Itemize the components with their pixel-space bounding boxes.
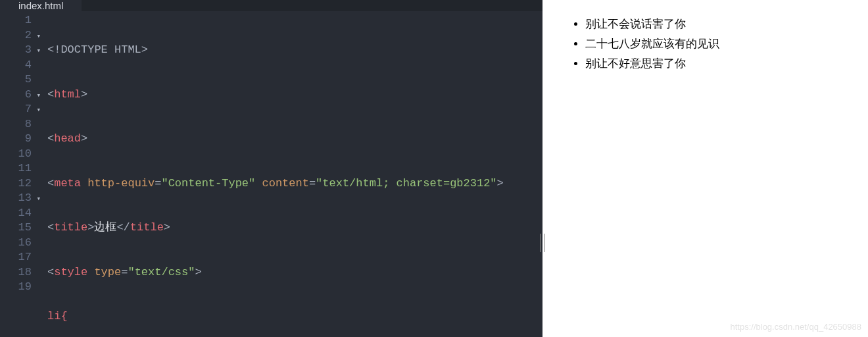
line-number: 9	[0, 132, 38, 147]
line-number: 12	[0, 176, 38, 192]
code-line: li{	[47, 309, 542, 324]
line-number: 19	[0, 280, 38, 295]
line-number: 14	[0, 206, 38, 221]
code-line: <html>	[47, 88, 542, 103]
line-number: 11	[0, 161, 38, 176]
line-number: 3▾	[0, 43, 38, 58]
line-number: 10	[0, 147, 38, 162]
line-number: 1	[0, 13, 38, 28]
fold-icon[interactable]: ▾	[36, 29, 41, 44]
code-line: <title>边框</title>	[47, 220, 542, 236]
fold-icon[interactable]: ▾	[36, 43, 41, 59]
code-content[interactable]: <!DOCTYPE HTML> <html> <head> <meta http…	[38, 13, 542, 337]
line-number: 18	[0, 265, 38, 280]
line-number-gutter: 1 2▾ 3▾ 4 5 6▾ 7▾ 8 9 10 11 12 13▾ 14 15…	[0, 13, 38, 337]
line-number: 13▾	[0, 191, 38, 206]
code-editor-pane: index.html 1 2▾ 3▾ 4 5 6▾ 7▾ 8 9 10 11 1…	[0, 0, 542, 337]
line-number: 5	[0, 72, 38, 88]
fold-icon[interactable]: ▾	[36, 192, 41, 207]
list-item: 二十七八岁就应该有的见识	[585, 34, 861, 54]
line-number: 2▾	[0, 28, 38, 43]
tab-bar: index.html	[0, 0, 542, 11]
line-number: 17	[0, 250, 38, 265]
line-number: 15	[0, 220, 38, 236]
code-line: <!DOCTYPE HTML>	[47, 43, 542, 58]
fold-icon[interactable]: ▾	[36, 88, 41, 103]
list-item: 别让不会说话害了你	[585, 14, 861, 34]
code-area[interactable]: 1 2▾ 3▾ 4 5 6▾ 7▾ 8 9 10 11 12 13▾ 14 15…	[0, 11, 542, 337]
code-line: <meta http-equiv="Content-Type" content=…	[47, 176, 542, 192]
line-number: 6▾	[0, 88, 38, 103]
fold-icon[interactable]: ▾	[36, 103, 41, 118]
line-number: 16	[0, 236, 38, 251]
code-line: <style type="text/css">	[47, 265, 542, 280]
file-tab-index-html[interactable]: index.html	[0, 0, 82, 11]
preview-list: 别让不会说话害了你 二十七八岁就应该有的见识 别让不好意思害了你	[569, 14, 861, 74]
line-number: 4	[0, 58, 38, 73]
preview-pane: 别让不会说话害了你 二十七八岁就应该有的见识 别让不好意思害了你 https:/…	[542, 0, 868, 337]
line-number: 8	[0, 117, 38, 132]
pane-divider-handle[interactable]	[540, 234, 545, 252]
line-number: 7▾	[0, 102, 38, 117]
list-item: 别让不好意思害了你	[585, 54, 861, 74]
code-line: <head>	[47, 132, 542, 147]
watermark: https://blog.csdn.net/qq_42650988	[731, 322, 862, 332]
